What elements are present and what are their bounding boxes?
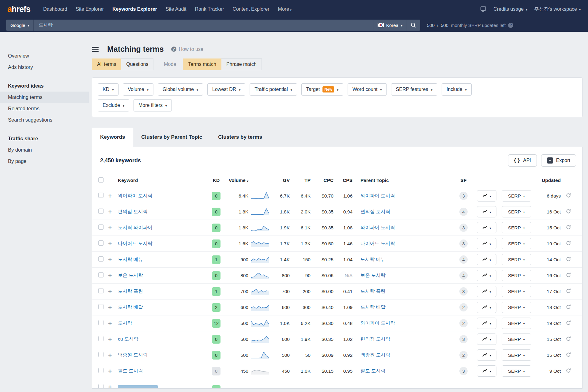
add-to-list-button[interactable]: +	[108, 256, 118, 263]
parent-topic-link[interactable]: 팔도 도시락	[360, 368, 386, 373]
position-history-button[interactable]: ▾	[477, 206, 496, 217]
keyword-link[interactable]: 보온 도시락	[118, 273, 143, 278]
col-cpc[interactable]: CPC	[311, 178, 334, 183]
parent-topic-link[interactable]: 도시락 메뉴	[360, 257, 386, 262]
add-to-list-button[interactable]: +	[108, 209, 118, 215]
refresh-icon[interactable]	[566, 193, 571, 198]
add-to-list-button[interactable]: +	[108, 288, 118, 295]
tab-clusters-by-parent-topic[interactable]: Clusters by Parent Topic	[133, 128, 210, 147]
row-checkbox[interactable]	[98, 304, 104, 309]
sidebar-item-search-suggestions[interactable]: Search suggestions	[0, 114, 89, 126]
help-icon[interactable]: ?	[508, 23, 513, 28]
nav-item-site-explorer[interactable]: Site Explorer	[76, 6, 104, 12]
parent-topic-link[interactable]: 도시락 배달	[360, 304, 386, 310]
row-checkbox[interactable]	[98, 256, 104, 262]
keyword-link[interactable]: 도시락 메뉴	[118, 257, 143, 262]
col-tp[interactable]: TP	[290, 178, 311, 183]
filter-traffic-potential[interactable]: Traffic potential▾	[250, 83, 297, 96]
add-to-list-button[interactable]: +	[108, 320, 118, 326]
mode-tab-terms-match[interactable]: Terms match	[183, 58, 221, 70]
parent-topic-link[interactable]: 다이어트 도시락	[360, 241, 395, 246]
refresh-icon[interactable]	[566, 240, 571, 246]
sidebar-item-by-page[interactable]: By page	[0, 156, 89, 167]
row-checkbox[interactable]	[98, 368, 104, 373]
filter-target[interactable]: TargetNew▾	[301, 83, 343, 96]
filter-lowest-dr[interactable]: Lowest DR▾	[207, 83, 245, 96]
row-checkbox[interactable]	[98, 240, 104, 246]
filter-exclude[interactable]: Exclude▾	[98, 99, 129, 111]
tab-clusters-by-terms[interactable]: Clusters by terms	[210, 128, 270, 147]
parent-topic-link[interactable]: 와이파이 도시락	[360, 225, 395, 230]
credits-monitor-icon[interactable]	[480, 6, 487, 12]
search-query-input[interactable]: 도시락	[34, 20, 374, 31]
sidebar-item-matching-terms[interactable]: Matching terms	[0, 92, 89, 103]
serp-dropdown-button[interactable]: SERP▾	[502, 190, 531, 202]
refresh-icon[interactable]	[566, 336, 571, 341]
add-to-list-button[interactable]: +	[108, 224, 118, 231]
filter-word-count[interactable]: Word count▾	[348, 83, 387, 96]
filter-more-filters[interactable]: More filters▾	[134, 99, 172, 111]
how-to-use-link[interactable]: ? How to use	[171, 47, 203, 52]
refresh-icon[interactable]	[566, 272, 571, 278]
row-checkbox[interactable]	[98, 336, 104, 341]
serp-dropdown-button[interactable]: SERP▾	[502, 238, 531, 249]
add-to-list-button[interactable]: +	[108, 193, 118, 199]
select-all-checkbox[interactable]	[98, 177, 104, 183]
col-kd[interactable]: KD	[209, 178, 224, 183]
row-checkbox[interactable]	[98, 320, 104, 325]
export-button[interactable]: Export	[541, 154, 576, 167]
parent-topic-link[interactable]: 와이파이 도시락	[360, 193, 395, 198]
refresh-icon[interactable]	[566, 209, 571, 214]
serp-dropdown-button[interactable]: SERP▾	[502, 318, 531, 329]
add-to-list-button[interactable]: +	[108, 352, 118, 358]
parent-topic-link[interactable]: 백종원 도시락	[360, 352, 390, 357]
position-history-button[interactable]: ▾	[477, 254, 496, 265]
parent-topic-link[interactable]: 편의점 도시락	[360, 209, 390, 214]
add-to-list-button[interactable]: +	[108, 368, 118, 374]
keyword-link[interactable]: 와이파이 도시락	[118, 193, 153, 198]
search-button[interactable]	[406, 20, 420, 31]
serp-dropdown-button[interactable]: SERP▾	[502, 206, 531, 217]
tab-keywords[interactable]: Keywords	[92, 128, 133, 147]
position-history-button[interactable]: ▾	[477, 365, 496, 377]
nav-item-more[interactable]: More ▾	[278, 6, 292, 12]
sidebar-item-by-domain[interactable]: By domain	[0, 144, 89, 156]
position-history-button[interactable]: ▾	[477, 318, 496, 329]
keyword-link[interactable]: 도시락 배달	[118, 304, 143, 310]
col-gv[interactable]: GV	[271, 178, 290, 183]
keyword-link[interactable]: 편의점 도시락	[118, 209, 148, 214]
filter-volume[interactable]: Volume▾	[123, 83, 153, 96]
keyword-link[interactable]: cu 도시락	[118, 336, 138, 341]
row-checkbox[interactable]	[98, 352, 104, 357]
mode-tab-all-terms[interactable]: All terms	[92, 58, 121, 70]
position-history-button[interactable]: ▾	[477, 302, 496, 313]
position-history-button[interactable]: ▾	[477, 349, 496, 361]
filter-global-volume[interactable]: Global volume▾	[158, 83, 203, 96]
serp-dropdown-button[interactable]: SERP▾	[502, 349, 531, 361]
filter-serp-features[interactable]: SERP features▾	[391, 83, 438, 96]
sidebar-item-overview[interactable]: Overview	[0, 50, 89, 62]
nav-item-keywords-explorer[interactable]: Keywords Explorer	[112, 6, 157, 12]
hamburger-menu-icon[interactable]	[92, 47, 99, 52]
add-to-list-button[interactable]: +	[108, 272, 118, 279]
position-history-button[interactable]: ▾	[477, 222, 496, 233]
position-history-button[interactable]: ▾	[477, 334, 496, 345]
parent-topic-link[interactable]: 보온 도시락	[360, 273, 386, 278]
serp-dropdown-button[interactable]: SERP▾	[502, 254, 531, 265]
serp-dropdown-button[interactable]: SERP▾	[502, 302, 531, 313]
serp-dropdown-button[interactable]: SERP▾	[502, 334, 531, 345]
add-to-list-button[interactable]: +	[108, 336, 118, 342]
serp-dropdown-button[interactable]: SERP▾	[502, 365, 531, 377]
position-history-button[interactable]: ▾	[477, 286, 496, 297]
keyword-link[interactable]: 백종원 도시락	[118, 352, 148, 357]
ahrefs-logo[interactable]: ahrefs	[7, 5, 30, 14]
search-engine-select[interactable]: Google▾	[6, 20, 34, 31]
nav-item-rank-tracker[interactable]: Rank Tracker	[195, 6, 224, 12]
keyword-link[interactable]: 팔도 도시락	[118, 368, 143, 373]
credits-usage-menu[interactable]: Credits usage▾	[493, 6, 527, 12]
sidebar-item-ads-history[interactable]: Ads history	[0, 62, 89, 73]
nav-item-dashboard[interactable]: Dashboard	[43, 6, 67, 12]
parent-topic-link[interactable]: 와이파이 도시락	[360, 320, 395, 326]
refresh-icon[interactable]	[566, 304, 571, 310]
nav-item-site-audit[interactable]: Site Audit	[166, 6, 187, 12]
